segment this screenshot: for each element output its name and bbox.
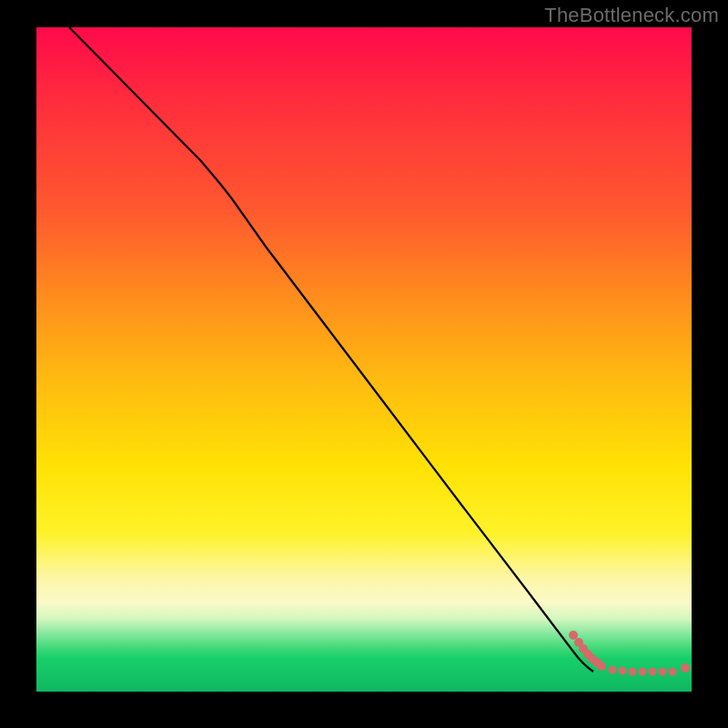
svg-point-14 [681, 663, 690, 672]
svg-point-0 [569, 631, 578, 640]
svg-point-8 [619, 667, 627, 675]
svg-point-9 [629, 668, 637, 676]
svg-point-7 [609, 666, 617, 674]
svg-point-12 [659, 668, 667, 676]
plot-svg [36, 27, 692, 692]
svg-point-10 [639, 668, 647, 676]
watermark-text: TheBottleneck.com [544, 4, 719, 27]
curve-line [69, 27, 593, 672]
chart-frame: TheBottleneck.com [0, 0, 728, 728]
svg-point-13 [669, 668, 677, 676]
tail-markers [569, 631, 690, 676]
svg-point-6 [597, 662, 606, 671]
svg-point-11 [649, 668, 657, 676]
plot-area [36, 27, 692, 692]
